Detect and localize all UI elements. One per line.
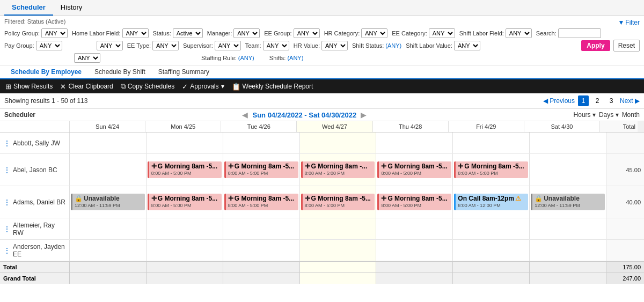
list-item[interactable]: ✛ G Morning 8am -5... 8:00 AM - 5:00 PM [454,161,528,178]
next-button[interactable]: Next ▶ [620,97,640,105]
list-item[interactable]: ✛ G Morning 8am -... 8:00 AM - 5:00 PM [301,161,375,178]
employee-menu-dots[interactable]: ⋮ [3,198,11,206]
copy-schedules-btn[interactable]: ⧉ Copy Schedules [121,82,174,91]
tab-scheduler[interactable]: Scheduler [4,0,53,16]
search-input[interactable] [558,28,601,38]
days-btn[interactable]: Days ▾ [599,111,619,119]
list-item[interactable]: ✛ G Morning 8am -5... 8:00 AM - 5:00 PM [148,194,222,210]
shift-cell-sun[interactable] [70,132,147,153]
page-1-btn[interactable]: 1 [578,95,589,106]
list-item[interactable]: ✛ G Morning 8am -5... 8:00 AM - 5:00 PM [377,161,451,178]
shift-cell-fri[interactable] [453,218,530,239]
month-btn[interactable]: Month [622,111,640,119]
shift-cell-sun[interactable] [70,218,147,239]
weekly-report-btn[interactable]: 📋 Weekly Schedule Report [232,83,313,91]
show-results-btn[interactable]: ⊞ Show Results [5,83,53,91]
shift-cell-tue[interactable] [223,218,300,239]
employee-menu-dots[interactable]: ⋮ [3,139,11,147]
staffing-rule-value[interactable]: (ANY) [238,55,254,61]
page-3-btn[interactable]: 3 [606,95,617,106]
home-labor3-select[interactable]: ANY [74,53,100,63]
shift-status-value[interactable]: (ANY) [385,42,401,49]
shifts-value[interactable]: (ANY) [287,55,303,61]
shift-cell-fri[interactable] [453,132,530,153]
policy-group-select[interactable]: ANY [41,28,68,38]
shift-cell-mon[interactable]: ✛ G Morning 8am -5... 8:00 AM - 5:00 PM [147,186,223,218]
shift-cell-wed[interactable] [300,240,377,261]
employee-menu-dots[interactable]: ⋮ [3,247,11,254]
shift-cell-mon[interactable] [147,240,223,261]
list-item[interactable]: ✛ G Morning 8am -5... 8:00 AM - 5:00 PM [148,161,222,178]
tab-history[interactable]: History [53,0,90,16]
shift-cell-tue[interactable]: ✛ G Morning 8am -5... 8:00 AM - 5:00 PM [223,154,300,186]
shift-cell-thu[interactable]: ✛ G Morning 8am -5... 8:00 AM - 5:00 PM [376,186,453,218]
shift-cell-sat[interactable] [530,154,606,186]
prev-week-btn[interactable]: ◀ [242,111,248,119]
employee-name: ⋮ Abel, Jason BC [0,154,70,186]
shift-title: ✛ G Morning 8am -5... [305,195,373,203]
schedule-header: Scheduler ◀ Sun 04/24/2022 - Sat 04/30/2… [0,109,644,121]
shift-cell-mon[interactable]: ✛ G Morning 8am -5... 8:00 AM - 5:00 PM [147,154,223,186]
shift-cell-fri[interactable] [453,240,530,261]
reset-button[interactable]: Reset [613,40,640,51]
page-2-btn[interactable]: 2 [592,95,603,106]
shift-cell-wed[interactable]: ✛ G Morning 8am -5... 8:00 AM - 5:00 PM [300,186,377,218]
tab-staffing-summary[interactable]: Staffing Summary [152,65,216,79]
home-labor-select[interactable]: ANY [122,28,149,38]
supervisor-select[interactable]: ANY [215,41,241,50]
shift-cell-sun[interactable] [70,240,147,261]
clear-clipboard-btn[interactable]: ✕ Clear Clipboard [60,83,113,91]
shift-cell-sat[interactable]: 🔒 Unavailable 12:00 AM - 11:59 PM [530,186,606,218]
shift-cell-tue[interactable] [223,132,300,153]
manager-select[interactable]: ANY [233,28,260,38]
shift-cell-fri[interactable]: ✛ G Morning 8am -5... 8:00 AM - 5:00 PM [453,154,530,186]
team-select[interactable]: ANY [263,41,289,50]
employee-name: ⋮ Anderson, Jayden EE [0,240,70,261]
apply-button[interactable]: Apply [581,40,610,51]
shift-cell-sun[interactable] [70,154,147,186]
shift-cell-sat[interactable] [530,240,606,261]
hr-value-select[interactable]: ANY [321,41,348,50]
employee-menu-dots[interactable]: ⋮ [3,166,11,174]
shift-cell-sat[interactable] [530,218,606,239]
filter-icon-btn[interactable]: ▼ Filter [618,19,640,26]
filter-icon: ▼ [618,19,624,26]
list-item[interactable]: ✛ G Morning 8am -5... 8:00 AM - 5:00 PM [224,194,298,210]
list-item[interactable]: 🔒 Unavailable 12:00 AM - 11:59 PM [71,194,145,210]
shift-cell-tue[interactable]: ✛ G Morning 8am -5... 8:00 AM - 5:00 PM [223,186,300,218]
shift-cell-wed[interactable] [300,132,377,153]
shift-cell-wed[interactable]: ✛ G Morning 8am -... 8:00 AM - 5:00 PM [300,154,377,186]
home-labor2-select[interactable]: ANY [97,41,123,50]
shift-cell-mon[interactable] [147,218,223,239]
tab-schedule-by-employee[interactable]: Schedule By Employee [4,65,88,79]
pay-group-select[interactable]: ANY [36,41,62,50]
shift-cell-sun[interactable]: 🔒 Unavailable 12:00 AM - 11:59 PM [70,186,147,218]
shift-cell-fri[interactable]: On Call 8am-12pm ⚠ 8:00 AM - 12:00 PM [453,186,530,218]
list-item[interactable]: ✛ G Morning 8am -5... 8:00 AM - 5:00 PM [301,194,375,210]
list-item[interactable]: ✛ G Morning 8am -5... 8:00 AM - 5:00 PM [377,194,451,210]
shift-cell-thu[interactable] [376,240,453,261]
prev-button[interactable]: ◀ ◀ PreviousPrevious [543,97,575,105]
ee-category-select[interactable]: ANY [429,28,455,38]
list-item[interactable]: 🔒 Unavailable 12:00 AM - 11:59 PM [531,194,605,210]
ee-type-select[interactable]: ANY [152,41,179,50]
shift-cell-wed[interactable] [300,218,377,239]
tab-schedule-by-shift[interactable]: Schedule By Shift [88,65,152,79]
shift-labor-value-select[interactable]: ANY [454,41,480,50]
list-item[interactable]: ✛ G Morning 8am -5... 8:00 AM - 5:00 PM [224,161,298,178]
approvals-btn[interactable]: ✓ Approvals ▾ [182,83,224,91]
hr-category-select[interactable]: ANY [361,28,387,38]
shift-cell-thu[interactable] [376,218,453,239]
shift-cell-thu[interactable] [376,132,453,153]
next-week-btn[interactable]: ▶ [361,111,367,119]
shift-cell-thu[interactable]: ✛ G Morning 8am -5... 8:00 AM - 5:00 PM [376,154,453,186]
hours-btn[interactable]: Hours ▾ [574,111,596,119]
list-item[interactable]: On Call 8am-12pm ⚠ 8:00 AM - 12:00 PM [454,194,528,210]
employee-menu-dots[interactable]: ⋮ [3,225,11,233]
status-select[interactable]: Active [173,28,203,38]
shift-cell-sat[interactable] [530,132,606,153]
ee-group-select[interactable]: ANY [294,28,320,38]
shift-labor-select[interactable]: ANY [506,28,532,38]
shift-cell-tue[interactable] [223,240,300,261]
shift-cell-mon[interactable] [147,132,223,153]
